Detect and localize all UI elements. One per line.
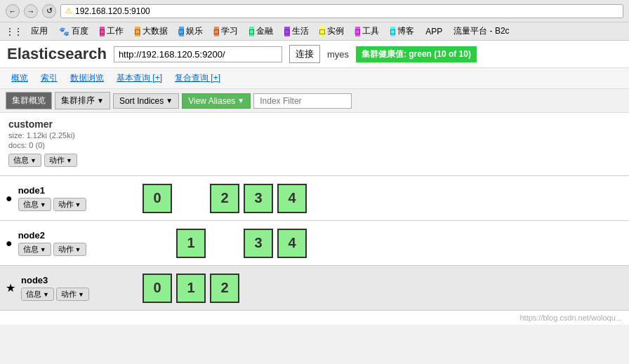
tab-basic-query[interactable]: 基本查询 [+] [111, 71, 168, 86]
node-labels-column: customer size: 1.12ki (2.25ki) docs: 0 (… [0, 113, 137, 311]
bookmarks-bar: ⋮⋮ 应用 🐾 百度 □ 工作 □ 大数据 □ 娱乐 □ 学习 □ 金融 □ 生… [0, 22, 629, 41]
cluster-overview-button[interactable]: 集群概览 [6, 92, 52, 109]
node2-name: node2 [18, 230, 131, 241]
bookmark-label: 百度 [72, 25, 88, 37]
forward-button[interactable]: → [24, 4, 38, 18]
bookmark-label: 工具 [362, 25, 379, 37]
chevron-down-icon: ▼ [97, 97, 104, 105]
tab-data-browse[interactable]: 数据浏览 [65, 71, 110, 86]
cluster-sort-button[interactable]: 集群排序 ▼ [55, 92, 110, 109]
app-container: Elasticsearch 连接 myes 集群健康值: green (10 o… [0, 41, 629, 325]
index-actions: 信息 ▼ 动作 ▼ [8, 154, 128, 167]
bookmark-label: 流量平台 - B2c [453, 25, 509, 37]
health-badge: 集群健康值: green (10 of 10) [356, 46, 477, 62]
node3-action-button[interactable]: 动作 ▼ [56, 288, 89, 301]
node2-action-button[interactable]: 动作 ▼ [53, 243, 86, 256]
node1-action-button[interactable]: 动作 ▼ [53, 198, 86, 211]
bookmark-apps[interactable]: 应用 [28, 25, 51, 38]
bookmark-bigdata[interactable]: □ 大数据 [132, 25, 170, 38]
node1-shard-0[interactable]: 0 [143, 184, 172, 213]
bookmark-life[interactable]: □ 生活 [282, 25, 311, 38]
bookmark-label: 学习 [221, 25, 238, 37]
node3-shards: 0 1 2 [137, 266, 629, 311]
node3-shard-2[interactable]: 2 [210, 274, 239, 303]
node2-buttons: 信息 ▼ 动作 ▼ [18, 243, 131, 256]
node1-name: node1 [18, 185, 131, 196]
bookmark-label: 娱乐 [186, 25, 203, 37]
url-input[interactable] [114, 46, 282, 62]
node1-icon: ● [6, 192, 13, 205]
bookmark-work[interactable]: □ 工作 [97, 25, 126, 38]
footer: https://blog.csdn.net/woloqu... [0, 311, 629, 325]
bookmark-baidu[interactable]: 🐾 百度 [56, 25, 91, 38]
node3-info: node3 信息 ▼ 动作 ▼ [21, 275, 131, 301]
node3-row: ★ node3 信息 ▼ 动作 ▼ [0, 266, 137, 311]
toolbar: 集群概览 集群排序 ▼ Sort Indices ▼ View Aliases … [0, 89, 629, 113]
node3-master-icon: ★ [6, 281, 15, 295]
bookmark-entertainment[interactable]: □ 娱乐 [176, 25, 206, 38]
bookmark-label: 工作 [107, 25, 124, 37]
node1-shard-4[interactable]: 4 [277, 184, 307, 213]
bookmark-label: 博客 [397, 25, 414, 37]
node1-info-button[interactable]: 信息 ▼ [18, 198, 51, 211]
node3-shard-1[interactable]: 1 [176, 274, 206, 303]
address-text: 192.168.120.5:9100 [75, 6, 150, 16]
bookmark-tools[interactable]: □ 工具 [352, 25, 382, 38]
address-bar[interactable]: ⚠ 192.168.120.5:9100 [60, 4, 623, 18]
index-filter-input[interactable] [253, 93, 352, 109]
node2-info-button[interactable]: 信息 ▼ [18, 243, 51, 256]
node3-info-button[interactable]: 信息 ▼ [21, 288, 54, 301]
shard-grid-column: 0 2 3 4 1 3 4 0 1 2 [137, 113, 629, 311]
tab-index[interactable]: 索引 [35, 71, 63, 86]
shard-header-spacer [137, 113, 629, 176]
bookmark-blog[interactable]: □ 博客 [388, 25, 417, 38]
bookmark-finance[interactable]: □ 金融 [246, 25, 276, 38]
node3-shard-0[interactable]: 0 [143, 274, 172, 303]
connect-button[interactable]: 连接 [289, 45, 320, 63]
user-label: myes [327, 49, 349, 60]
bookmark-study[interactable]: □ 学习 [211, 25, 241, 38]
sort-indices-button[interactable]: Sort Indices ▼ [113, 93, 179, 109]
index-docs: docs: 0 (0) [8, 141, 128, 149]
node2-icon: ● [6, 237, 13, 250]
node3-buttons: 信息 ▼ 动作 ▼ [21, 288, 131, 301]
chevron-down-icon: ▼ [40, 246, 46, 253]
node2-shard-3[interactable]: 3 [244, 229, 273, 258]
app-header: Elasticsearch 连接 myes 集群健康值: green (10 o… [0, 41, 629, 68]
bookmark-label: 实例 [327, 25, 344, 37]
chevron-down-icon: ▼ [66, 157, 72, 164]
chevron-down-icon: ▼ [30, 157, 37, 164]
index-info-button[interactable]: 信息 ▼ [8, 154, 41, 167]
tab-overview[interactable]: 概览 [6, 71, 34, 86]
browser-chrome: ← → ↺ ⚠ 192.168.120.5:9100 [0, 0, 629, 22]
node1-info: node1 信息 ▼ 动作 ▼ [18, 185, 131, 211]
footer-url: https://blog.csdn.net/woloqu... [519, 314, 622, 322]
chevron-down-icon: ▼ [237, 97, 244, 105]
index-name: customer [8, 119, 128, 130]
node2-row: ● node2 信息 ▼ 动作 ▼ [0, 221, 137, 266]
bookmark-examples[interactable]: □ 实例 [317, 25, 347, 38]
tab-complex-query[interactable]: 复合查询 [+] [169, 71, 226, 86]
bookmark-label: 金融 [256, 25, 273, 37]
bookmark-label: 应用 [31, 25, 48, 37]
bookmark-traffic[interactable]: 流量平台 - B2c [451, 25, 512, 38]
node1-shard-2[interactable]: 2 [210, 184, 239, 213]
chevron-down-icon: ▼ [75, 201, 81, 208]
back-button[interactable]: ← [6, 4, 20, 18]
index-info-panel: customer size: 1.12ki (2.25ki) docs: 0 (… [0, 113, 137, 176]
view-aliases-button[interactable]: View Aliases ▼ [182, 93, 251, 109]
app-title: Elasticsearch [7, 45, 107, 63]
refresh-button[interactable]: ↺ [42, 4, 56, 18]
node2-shard-4[interactable]: 4 [277, 229, 307, 258]
node1-shard-3[interactable]: 3 [244, 184, 273, 213]
index-size: size: 1.12ki (2.25ki) [8, 131, 128, 140]
index-action-button[interactable]: 动作 ▼ [44, 154, 77, 167]
bookmark-app[interactable]: APP [423, 26, 445, 37]
main-content: customer size: 1.12ki (2.25ki) docs: 0 (… [0, 113, 629, 311]
node2-shard-1[interactable]: 1 [176, 229, 206, 258]
chevron-down-icon: ▼ [166, 97, 173, 105]
node2-info: node2 信息 ▼ 动作 ▼ [18, 230, 131, 256]
node3-name: node3 [21, 275, 131, 285]
bookmark-label: 生活 [292, 25, 309, 37]
node1-buttons: 信息 ▼ 动作 ▼ [18, 198, 131, 211]
